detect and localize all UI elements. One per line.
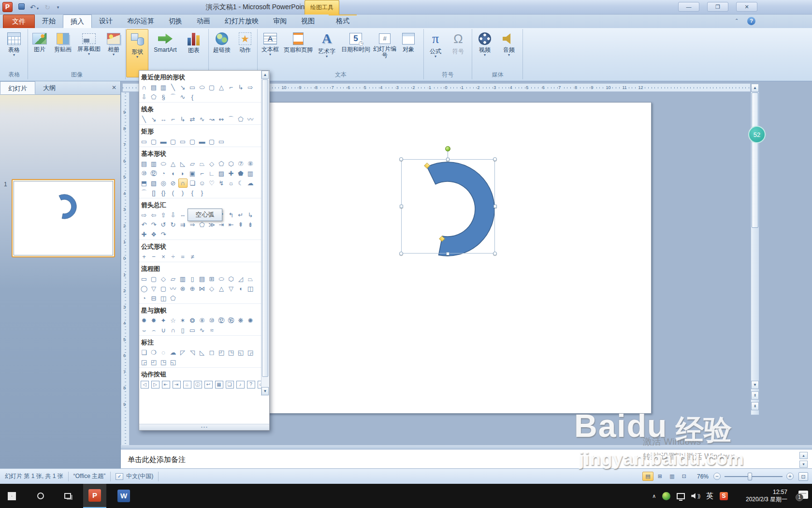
- volume-tray-icon[interactable]: )): [691, 493, 700, 499]
- shape-icon[interactable]: ⑫: [217, 316, 226, 325]
- shape-icon[interactable]: △: [217, 284, 226, 293]
- zoom-in-button[interactable]: +: [786, 473, 794, 480]
- shape-icon[interactable]: ): [178, 188, 188, 197]
- previous-slide-icon[interactable]: ⇞: [751, 391, 759, 400]
- shape-icon[interactable]: ▭: [217, 137, 226, 146]
- shape-icon[interactable]: ⇧: [159, 210, 168, 220]
- audio-button[interactable]: 音频▾: [497, 29, 521, 57]
- shape-icon[interactable]: ◇: [207, 159, 217, 168]
- shape-icon[interactable]: ▭: [188, 326, 197, 335]
- shape-icon[interactable]: ⬠: [169, 294, 178, 303]
- normal-view-button[interactable]: ▤: [642, 472, 653, 481]
- slide-thumbnail[interactable]: [12, 179, 115, 257]
- shape-icon[interactable]: ▣: [188, 169, 197, 178]
- scroll-up-icon[interactable]: ▲: [751, 84, 759, 92]
- shape-icon[interactable]: ≈: [207, 326, 217, 335]
- shape-icon[interactable]: ↝: [207, 115, 217, 124]
- shape-icon[interactable]: ▥: [178, 274, 188, 284]
- shape-icon[interactable]: ◱: [169, 358, 178, 367]
- start-button[interactable]: [0, 484, 23, 508]
- shape-icon[interactable]: ⬡: [227, 274, 236, 284]
- shape-icon[interactable]: ♡: [207, 179, 217, 188]
- shape-icon[interactable]: ⑧: [198, 316, 207, 325]
- shape-icon[interactable]: {: [188, 188, 197, 197]
- shape-icon[interactable]: ▬: [198, 137, 207, 146]
- powerpoint-logo-icon[interactable]: P: [2, 2, 13, 12]
- tab-file[interactable]: 文件: [3, 15, 35, 28]
- shape-icon[interactable]: ◰: [149, 358, 159, 367]
- picture-button[interactable]: 图片: [29, 29, 51, 53]
- shape-icon[interactable]: ⏢: [246, 274, 255, 284]
- notes-scroll-up-icon[interactable]: ▲: [799, 452, 808, 459]
- antivirus-tray-icon[interactable]: [662, 492, 670, 500]
- tab-design[interactable]: 设计: [92, 15, 120, 28]
- shape-icon[interactable]: ◇: [207, 284, 217, 293]
- shape-icon[interactable]: ÷: [169, 252, 178, 261]
- shape-icon[interactable]: ∪: [159, 326, 168, 335]
- help-icon[interactable]: ?: [747, 17, 755, 25]
- tab-home[interactable]: 开始: [35, 15, 63, 28]
- shape-icon[interactable]: 〰: [246, 115, 255, 124]
- shape-icon[interactable]: }: [198, 188, 207, 197]
- hyperlink-button[interactable]: 超链接: [209, 29, 234, 53]
- shape-icon[interactable]: ▥: [246, 169, 255, 178]
- zoom-slider-thumb[interactable]: [748, 473, 752, 480]
- shape-icon[interactable]: ↘: [149, 115, 159, 124]
- shape-icon[interactable]: ▯: [178, 326, 188, 335]
- shape-icon[interactable]: ≠: [188, 252, 197, 261]
- resize-handle-w[interactable]: [400, 205, 403, 208]
- reading-view-button[interactable]: ▥: [667, 472, 678, 481]
- resize-handle-n[interactable]: [446, 158, 450, 161]
- shape-icon[interactable]: ◌: [159, 348, 168, 357]
- shape-icon[interactable]: ◳: [159, 358, 168, 367]
- equation-button[interactable]: π 公式▾: [424, 29, 447, 59]
- shape-icon[interactable]: ╲: [140, 115, 149, 124]
- shape-icon[interactable]: ≫: [207, 220, 217, 229]
- shape-icon[interactable]: ⬭: [198, 83, 207, 92]
- shape-icon[interactable]: ↺: [159, 220, 168, 229]
- shape-icon[interactable]: ☼: [227, 179, 236, 188]
- shape-icon[interactable]: ▢: [169, 137, 178, 146]
- tab-animations[interactable]: 动画: [189, 15, 218, 28]
- taskbar-word-button[interactable]: W: [112, 484, 135, 508]
- shape-icon[interactable]: {}: [159, 188, 168, 197]
- shape-icon[interactable]: ⬒: [140, 179, 149, 188]
- taskbar-powerpoint-button[interactable]: P: [83, 484, 106, 508]
- shape-icon[interactable]: ▽: [227, 284, 236, 293]
- resize-handle-sw[interactable]: [399, 252, 403, 255]
- shape-icon[interactable]: ⇩: [140, 92, 149, 102]
- shape-icon[interactable]: ⊟: [149, 294, 159, 303]
- notes-scroll-down-icon[interactable]: ▼: [799, 461, 808, 468]
- input-language-indicator[interactable]: 英: [706, 492, 713, 501]
- shape-icon[interactable]: ▭: [178, 137, 188, 146]
- gallery-scrollbar-thumb[interactable]: [262, 79, 268, 377]
- shape-icon[interactable]: ⊞: [207, 274, 217, 284]
- shape-icon[interactable]: ▱: [169, 274, 178, 284]
- shape-icon[interactable]: ◖: [169, 169, 178, 178]
- shape-icon[interactable]: ▨: [217, 169, 226, 178]
- shape-icon[interactable]: ▷: [151, 381, 160, 388]
- shape-icon[interactable]: ⑧: [246, 159, 255, 168]
- shape-icon[interactable]: ⇥: [173, 381, 181, 388]
- shape-icon[interactable]: ⌒: [227, 115, 236, 124]
- shape-icon[interactable]: ↘: [178, 83, 188, 92]
- shape-icon[interactable]: ❏: [188, 179, 197, 188]
- shape-icon[interactable]: {: [188, 92, 197, 102]
- shape-icon[interactable]: ◔: [140, 294, 149, 303]
- close-pane-icon[interactable]: ✕: [112, 84, 116, 91]
- shape-icon[interactable]: ∟: [207, 169, 217, 178]
- shape-icon[interactable]: ◿: [236, 274, 246, 284]
- shape-icon[interactable]: −: [149, 252, 159, 261]
- shape-icon[interactable]: ◻: [207, 348, 217, 357]
- shape-icon[interactable]: ↳: [178, 115, 188, 124]
- scrollbar-thumb[interactable]: [752, 92, 758, 228]
- tab-view[interactable]: 视图: [294, 15, 322, 28]
- shape-icon[interactable]: ⑯: [227, 316, 236, 325]
- shape-icon[interactable]: ❑: [140, 348, 149, 357]
- tab-boolean[interactable]: 布尔运算: [120, 15, 161, 28]
- shape-icon[interactable]: ↰: [227, 210, 236, 220]
- shape-icon[interactable]: ◎: [159, 179, 168, 188]
- shape-icon[interactable]: ×: [159, 252, 168, 261]
- shape-icon[interactable]: ⇒: [188, 220, 197, 229]
- shape-icon[interactable]: △: [169, 159, 178, 168]
